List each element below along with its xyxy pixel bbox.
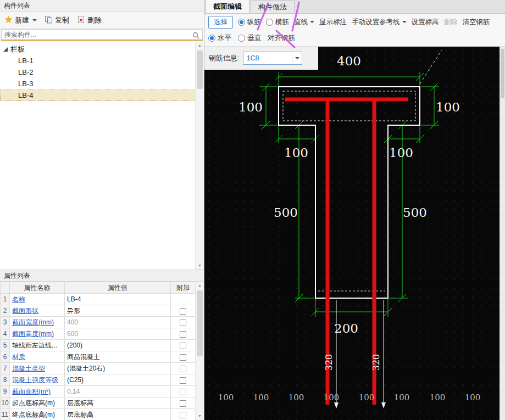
dim-flange-width: 400 (337, 54, 361, 68)
property-row-height[interactable]: 4 截面高度(mm) 600 (1, 328, 196, 340)
property-row-shape[interactable]: 2 截面形状 异形 (1, 305, 196, 317)
tab-component-method[interactable]: 构件做法 (251, 0, 295, 13)
grid-label: 100 (465, 393, 481, 402)
copy-button[interactable]: 复制 (45, 15, 69, 25)
delete-icon (77, 15, 85, 25)
search-icon[interactable] (192, 31, 199, 41)
tree-item-lb2[interactable]: LB-2 (0, 66, 196, 78)
extra-checkbox[interactable] (180, 377, 186, 384)
extra-checkbox[interactable] (180, 389, 186, 395)
property-row-axis-offset[interactable]: 5 轴线距左边线... (200) (1, 340, 196, 351)
component-list-title: 构件列表 (0, 0, 204, 12)
extra-checkbox[interactable] (180, 354, 186, 361)
property-table: 属性名称 属性值 附加 1 名称 LB-4 2 截面形状 异形 3 (0, 282, 196, 420)
dim-bar-right: 320 (371, 354, 381, 371)
tree-scrollbar[interactable]: ▲ ▼ (195, 42, 204, 270)
grid-label: 100 (430, 393, 446, 402)
section-toolbar-row1: 选择 纵筋 横筋 直线 显示标注 手动设置参考线 设置标高 删除 清空钢筋 (204, 14, 505, 30)
canvas-scrollbar[interactable] (500, 47, 505, 420)
clear-rebar-button[interactable]: 清空钢筋 (463, 18, 490, 27)
tree-item-lb3[interactable]: LB-3 (0, 78, 196, 89)
extra-checkbox[interactable] (180, 343, 186, 349)
dim-bar-left: 320 (324, 354, 334, 371)
property-row-section-area[interactable]: 9 截面面积(m²) 0.14 (1, 386, 196, 397)
rebar-info-dropdown[interactable]: 1C8 (243, 52, 302, 65)
scroll-down-icon[interactable]: ▼ (196, 262, 204, 270)
line-type-dropdown[interactable]: 直线 (294, 18, 314, 27)
component-panel: 构件列表 新建 复制 删除 栏板 LB (0, 0, 204, 420)
tree-item-lb1[interactable]: LB-1 (0, 55, 196, 66)
extra-checkbox[interactable] (180, 400, 186, 407)
manual-reference-dropdown[interactable]: 手动设置参考线 (352, 18, 407, 27)
tree-item-lb4-selected[interactable]: LB-4 (0, 89, 196, 101)
property-row-material[interactable]: 6 材质 商品混凝土 (1, 351, 196, 363)
expander-icon[interactable] (3, 47, 8, 52)
tab-section-edit[interactable]: 截面编辑 (206, 0, 249, 13)
show-annotations-button[interactable]: 显示标注 (319, 18, 347, 27)
grid-label: 100 (324, 393, 340, 402)
dim-overhang-right: 100 (389, 145, 413, 160)
grid-label: 100 (288, 393, 304, 402)
section-canvas[interactable]: 钢筋信息: 1C8 (204, 47, 500, 420)
property-row-concrete-type[interactable]: 7 混凝土类型 (混凝土20石) (1, 363, 196, 374)
radio-horizontal[interactable]: 水平 (208, 33, 231, 43)
component-tree: 栏板 LB-1 LB-2 LB-3 LB-4 (0, 42, 196, 270)
extra-checkbox[interactable] (180, 366, 186, 372)
dim-web-height-right: 500 (403, 205, 427, 220)
radio-icon (266, 19, 273, 26)
chevron-down-icon (295, 57, 299, 59)
radio-vertical[interactable]: 垂直 (238, 33, 261, 43)
property-list-title: 属性列表 (0, 270, 204, 282)
extra-checkbox[interactable] (180, 320, 186, 326)
rebar-info-value: 1C8 (247, 54, 259, 62)
rebar-info-control: 钢筋信息: 1C8 (204, 47, 318, 70)
extra-checkbox[interactable] (180, 412, 186, 418)
delete-component-button[interactable]: 删除 (77, 15, 102, 25)
property-row-strength-grade[interactable]: 8 混凝土强度等级 (C25) (1, 374, 196, 386)
scrollbar-thumb[interactable] (197, 51, 203, 89)
search-input[interactable] (1, 29, 203, 41)
section-editor-panel: 截面编辑 构件做法 选择 纵筋 横筋 直线 显示标注 手动设置参考线 设置标高 (204, 0, 505, 420)
select-button[interactable]: 选择 (208, 16, 233, 29)
extra-checkbox[interactable] (180, 308, 186, 315)
radio-checked-icon (238, 19, 245, 26)
align-rebar-button[interactable]: 对齐钢筋 (268, 33, 295, 43)
property-row-name[interactable]: 1 名称 LB-4 (1, 294, 196, 305)
grid-label: 100 (394, 393, 410, 402)
scroll-up-icon[interactable]: ▲ (196, 282, 204, 289)
rebar-info-label: 钢筋信息: (209, 53, 240, 63)
radio-icon (238, 35, 245, 42)
radio-longitudinal-rebar[interactable]: 纵筋 (238, 18, 261, 27)
delete-rebar-button[interactable]: 删除 (444, 18, 458, 27)
property-row-end-elevation[interactable]: 11 终点底标高(m) 层底标高 (1, 409, 196, 420)
tree-node-parapet[interactable]: 栏板 (0, 43, 196, 55)
section-toolbar-row2: 水平 垂直 对齐钢筋 (204, 30, 505, 47)
dim-flange-height-left: 100 (238, 100, 263, 114)
radio-checked-icon (208, 35, 215, 42)
copy-icon (45, 15, 53, 25)
scrollbar-thumb[interactable] (501, 49, 504, 98)
chevron-down-icon (310, 21, 314, 23)
grid-label: 100 (218, 393, 234, 402)
component-search (0, 29, 204, 42)
dim-web-height-left: 500 (274, 205, 298, 220)
scrollbar-thumb[interactable] (197, 290, 203, 356)
scroll-down-icon[interactable]: ▼ (196, 412, 204, 420)
new-button[interactable]: 新建 (4, 15, 37, 25)
dim-web-width: 200 (334, 321, 358, 335)
dim-flange-height-right: 100 (436, 100, 460, 114)
property-row-start-elevation[interactable]: 10 起点底标高(m) 层底标高 (1, 397, 196, 409)
radio-transverse-rebar[interactable]: 横筋 (266, 18, 289, 27)
scroll-up-icon[interactable]: ▲ (196, 42, 204, 49)
properties-scrollbar[interactable]: ▲ ▼ (195, 282, 204, 420)
property-row-width[interactable]: 3 截面宽度(mm) 400 (1, 317, 196, 328)
chevron-down-icon (402, 21, 407, 23)
editor-tabbar: 截面编辑 构件做法 (204, 0, 505, 14)
extra-checkbox[interactable] (180, 331, 186, 338)
set-elevation-button[interactable]: 设置标高 (412, 18, 439, 27)
section-drawing[interactable]: 400 100 100 100 100 500 500 200 320 320 … (204, 47, 500, 420)
dropdown-button[interactable] (292, 52, 302, 64)
new-icon (4, 15, 13, 25)
dim-overhang-left: 100 (284, 145, 308, 160)
property-header-row: 属性名称 属性值 附加 (1, 282, 196, 294)
